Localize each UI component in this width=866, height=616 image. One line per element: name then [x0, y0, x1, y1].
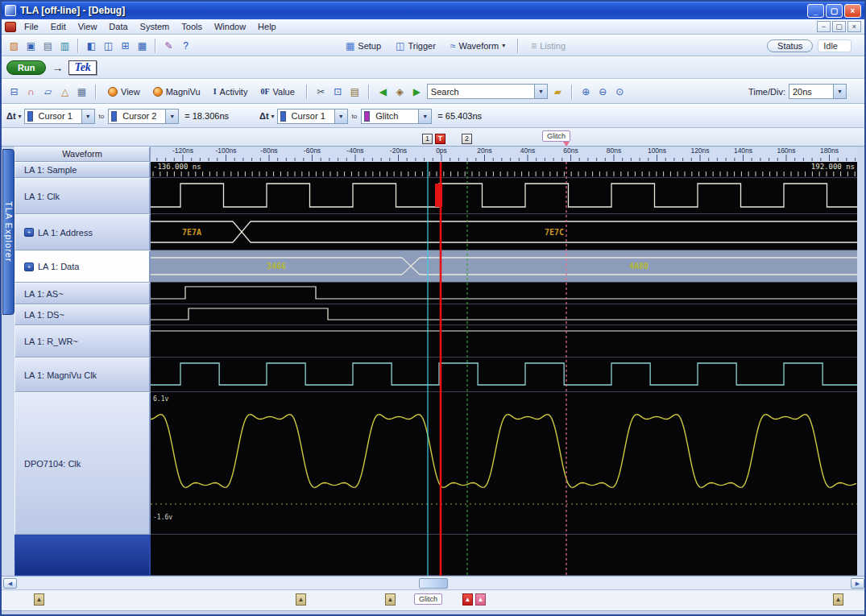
measure-icon[interactable]: △ — [57, 85, 73, 99]
dropdown-caret-icon[interactable]: ▾ — [502, 42, 505, 49]
zoom-in-icon[interactable]: ⊕ — [578, 85, 594, 99]
export-icon[interactable]: ▥ — [57, 39, 73, 53]
combo-caret-icon[interactable]: ▼ — [81, 110, 94, 123]
save-icon[interactable]: ▣ — [23, 39, 39, 53]
time-ruler[interactable]: -120ns-100ns-80ns-60ns-40ns-20ns0ps20ns4… — [151, 147, 857, 162]
combo-caret-icon[interactable]: ▼ — [534, 85, 547, 98]
row-label-text: DPO7104: Clk — [24, 459, 81, 469]
waveform-button[interactable]: ≈Waveform▾ — [445, 38, 511, 54]
tla-explorer-tab[interactable]: TLA Explorer — [2, 149, 15, 315]
row-label-filler[interactable] — [15, 535, 151, 576]
row-label-la-1-ds-[interactable]: LA 1: DS~ — [15, 304, 151, 325]
toolbar-separator — [306, 85, 308, 99]
marker-cursor-2[interactable]: 2 — [462, 134, 472, 144]
paste-icon[interactable]: ▤ — [347, 85, 363, 99]
menu-window[interactable]: Window — [209, 20, 251, 33]
row-label-la-1-address[interactable]: +LA 1: Address — [15, 214, 151, 250]
trigger-button[interactable]: ◫Trigger — [390, 38, 441, 54]
bottom-glitch-tag[interactable]: Glitch — [414, 593, 442, 605]
row-label-la-1-sample[interactable]: LA 1: Sample — [15, 162, 151, 178]
search-next-icon[interactable]: ▶ — [409, 85, 425, 99]
bus-expand-icon[interactable]: + — [24, 228, 34, 237]
dropdown-caret-icon[interactable]: ▾ — [271, 113, 275, 120]
overlay-icon[interactable]: ▱ — [40, 85, 56, 99]
magnivu-button[interactable]: MagniVu — [147, 85, 206, 99]
combo-caret-icon[interactable]: ▼ — [418, 110, 431, 123]
magnet-icon[interactable]: ∩ — [23, 85, 39, 99]
explorer-tree-icon[interactable]: ⊟ — [6, 85, 22, 99]
status-button[interactable]: Status — [767, 39, 813, 52]
mdi-minimize-button[interactable]: − — [817, 21, 831, 32]
minimize-button[interactable]: _ — [807, 4, 824, 18]
combo-caret-icon[interactable]: ▼ — [165, 110, 178, 123]
scroll-left-button[interactable]: ◀ — [3, 578, 17, 589]
timediv-select[interactable]: 20ns ▼ — [789, 84, 847, 99]
bottom-marker-7[interactable]: ▲ — [833, 593, 843, 606]
menu-view[interactable]: View — [73, 20, 103, 33]
scroll-right-button[interactable]: ▶ — [851, 578, 864, 589]
waveform-display-area[interactable]: -136.000 ns192.000 ns7E7A7E7C34664A806.1… — [151, 162, 857, 576]
row-label-la-1-clk[interactable]: LA 1: Clk — [15, 178, 151, 214]
mark-all-icon[interactable]: ◈ — [392, 85, 408, 99]
row-label-dpo7104-clk[interactable]: DPO7104: Clk — [15, 392, 151, 535]
marker-cursor-1[interactable]: 1 — [422, 134, 433, 144]
combo-caret-icon[interactable]: ▼ — [833, 85, 846, 98]
layout-grid-icon[interactable]: ⊞ — [118, 39, 133, 53]
zoom-out-icon[interactable]: ⊖ — [595, 85, 611, 99]
search-prev-icon[interactable]: ◀ — [375, 85, 391, 99]
mdi-close-button[interactable]: × — [847, 21, 861, 32]
waveform-column-header[interactable]: Waveform — [15, 147, 151, 162]
row-label-la-1-data[interactable]: +LA 1: Data — [15, 250, 151, 283]
help-icon[interactable]: ? — [178, 39, 193, 53]
scrollbar-thumb[interactable] — [419, 578, 448, 589]
copy-icon[interactable]: ⊡ — [330, 85, 346, 99]
bottom-marker-2[interactable]: ▲ — [296, 593, 306, 606]
row-label-la-1-as-[interactable]: LA 1: AS~ — [15, 283, 151, 304]
layout-wide-icon[interactable]: ▦ — [135, 39, 150, 53]
view-button[interactable]: View — [102, 85, 146, 99]
listing-button[interactable]: ≡Listing — [525, 38, 571, 54]
open-file-icon[interactable]: ▨ — [6, 39, 22, 53]
cursor-to-select[interactable]: Glitch▼ — [361, 109, 432, 124]
menu-file[interactable]: File — [19, 20, 44, 33]
menu-help[interactable]: Help — [252, 20, 282, 33]
row-label-la-1-magnivu-clk[interactable]: LA 1: MagniVu Clk — [15, 358, 151, 392]
glitch-marker-tag[interactable]: Glitch — [542, 130, 570, 142]
clipboard-icons: ✂⊡▤ — [313, 85, 363, 99]
restore-button[interactable]: ▢ — [826, 4, 843, 18]
cursor-to-select[interactable]: Cursor 2▼ — [108, 109, 179, 124]
menu-system[interactable]: System — [135, 20, 176, 33]
menu-data[interactable]: Data — [103, 20, 133, 33]
search-nav-icons: ◀◈▶ — [375, 85, 425, 99]
mdi-restore-button[interactable]: ▢ — [832, 21, 846, 32]
layout-split-icon[interactable]: ◫ — [101, 39, 116, 53]
bottom-marker-3[interactable]: ▲ — [385, 593, 396, 606]
view-icon — [108, 87, 118, 97]
bottom-marker-5[interactable]: ▲ — [462, 593, 473, 606]
dropdown-caret-icon[interactable]: ▾ — [19, 113, 22, 120]
row-label-la-1-r-wr-[interactable]: LA 1: R_WR~ — [15, 325, 151, 358]
layout-single-icon[interactable]: ◧ — [84, 39, 99, 53]
marker-trigger[interactable]: T — [435, 134, 445, 144]
save-search-icon[interactable]: ▰ — [550, 85, 566, 99]
horizontal-scrollbar[interactable]: ◀ ▶ — [2, 576, 864, 590]
bus-expand-icon[interactable]: + — [24, 263, 34, 271]
activity-button[interactable]: IActivity — [208, 85, 254, 99]
print-icon[interactable]: ▤ — [40, 39, 56, 53]
combo-caret-icon[interactable]: ▼ — [334, 110, 347, 123]
bottom-marker-6[interactable]: ▲ — [475, 593, 486, 606]
close-button[interactable]: × — [844, 4, 861, 18]
cut-icon[interactable]: ✂ — [313, 85, 329, 99]
cursor-from-select[interactable]: Cursor 1▼ — [24, 109, 95, 124]
bottom-marker-1[interactable]: ▲ — [34, 593, 44, 606]
menu-edit[interactable]: Edit — [45, 20, 72, 33]
cursor-from-select[interactable]: Cursor 1▼ — [277, 109, 348, 124]
edit-icon[interactable]: ✎ — [161, 39, 176, 53]
zoom-fit-icon[interactable]: ⊙ — [612, 85, 628, 99]
value-button[interactable]: 0FValue — [255, 85, 300, 99]
run-button[interactable]: Run — [6, 60, 46, 75]
menu-tools[interactable]: Tools — [176, 20, 208, 33]
setup-button[interactable]: ▦Setup — [340, 38, 387, 54]
grid-icon[interactable]: ▦ — [74, 85, 89, 99]
search-combobox[interactable]: Search ▼ — [427, 84, 548, 99]
